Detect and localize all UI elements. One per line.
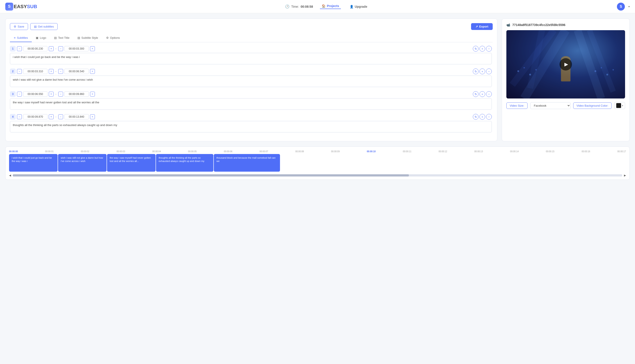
- color-picker[interactable]: ▾: [614, 102, 625, 109]
- nav-upgrade[interactable]: 👤 Upgrade: [348, 5, 369, 8]
- ruler-tick-7: 00:00:07: [260, 150, 268, 153]
- start-plus-btn-2[interactable]: +: [49, 69, 54, 74]
- end-minus-btn-4[interactable]: −: [58, 114, 63, 119]
- remove-btn-3[interactable]: −: [486, 91, 492, 97]
- end-time-input-3[interactable]: [64, 92, 89, 97]
- end-plus-btn-4[interactable]: +: [90, 114, 95, 119]
- start-minus-btn-2[interactable]: −: [17, 69, 22, 74]
- add-btn-3[interactable]: +: [480, 91, 485, 97]
- refresh-btn-4[interactable]: ↻: [473, 114, 479, 120]
- video-id: 77148a8f5187739c4fcc22e5fd8c5596: [512, 23, 565, 27]
- track-1[interactable]: i wish that i could just go back and be …: [9, 154, 58, 172]
- avatar[interactable]: S: [617, 3, 625, 10]
- track-4[interactable]: thoughts all the thinking all the parts …: [156, 154, 213, 172]
- start-plus-btn-1[interactable]: +: [49, 46, 54, 51]
- track-text-2: wish i was still not give a damn but how…: [61, 156, 103, 162]
- video-title: 📹 77148a8f5187739c4fcc22e5fd8c5596: [506, 23, 625, 27]
- subtitle-text-4[interactable]: thoughts all the thinking all the parts …: [10, 121, 492, 132]
- get-subtitles-button[interactable]: ▤ Get subtitles: [30, 23, 58, 30]
- ruler-tick-15: 00:00:15: [546, 150, 554, 153]
- subtitle-text-3[interactable]: the way i saw myself had never gotten lo…: [10, 98, 492, 110]
- track-3[interactable]: the way i saw myself had never gotten lo…: [107, 154, 155, 172]
- header-center: 🕐 Time: 00:08:58 🏠 Projects 👤 Upgrade: [285, 4, 369, 9]
- play-button[interactable]: ▶: [560, 58, 572, 70]
- remove-btn-2[interactable]: −: [486, 68, 492, 74]
- end-plus-btn-2[interactable]: +: [90, 69, 95, 74]
- add-btn-1[interactable]: +: [480, 46, 485, 52]
- start-minus-btn-1[interactable]: −: [17, 46, 22, 51]
- ruler-tick-14: 00:00:14: [510, 150, 519, 153]
- subtitles-tab-icon: ≡: [14, 36, 16, 40]
- refresh-btn-1[interactable]: ↻: [473, 46, 479, 52]
- ruler-tick-12: 00:00:12: [439, 150, 447, 153]
- tab-subtitles[interactable]: ≡ Subtitles: [10, 34, 32, 42]
- end-time-input-4[interactable]: [64, 114, 89, 120]
- options-tab-label: Options: [110, 36, 120, 40]
- start-time-input-2[interactable]: [23, 69, 48, 74]
- scroll-right-arrow[interactable]: ▶: [624, 174, 626, 177]
- ruler-tick-0: 00:00:00: [9, 150, 18, 153]
- separator-4: -: [55, 115, 57, 118]
- add-btn-2[interactable]: +: [480, 68, 485, 74]
- tab-logo[interactable]: ▣ Logo: [32, 34, 50, 42]
- end-time-input-1[interactable]: [64, 46, 89, 51]
- scrollbar-thumb[interactable]: [13, 174, 409, 176]
- time-label: Time:: [291, 5, 299, 8]
- action-btns-3: ↻ + −: [473, 91, 492, 97]
- separator-2: -: [55, 70, 57, 73]
- subtitle-text-1[interactable]: i wish that i could just go back and be …: [10, 53, 492, 64]
- refresh-btn-3[interactable]: ↻: [473, 91, 479, 97]
- video-size-select[interactable]: Facebook YouTube Instagram Twitter: [530, 102, 571, 109]
- start-time-input-1[interactable]: [23, 46, 48, 51]
- start-minus-btn-4[interactable]: −: [17, 114, 22, 119]
- track-2[interactable]: wish i was still not give a damn but how…: [58, 154, 107, 172]
- svg-point-9: [595, 70, 596, 72]
- play-icon: ▶: [564, 62, 568, 67]
- end-minus-btn-2[interactable]: −: [58, 69, 63, 74]
- svg-point-11: [606, 74, 608, 76]
- start-plus-btn-4[interactable]: +: [49, 114, 54, 119]
- subtitle-text-2[interactable]: wish i was still not give a damn but how…: [10, 76, 492, 87]
- tab-text-title[interactable]: ▤ Text Title: [50, 34, 73, 42]
- remove-btn-4[interactable]: −: [486, 114, 492, 120]
- ruler-tick-16: 00:00:16: [582, 150, 590, 153]
- end-plus-btn-3[interactable]: +: [90, 92, 95, 96]
- action-btns-4: ↻ + −: [473, 114, 492, 120]
- chevron-down-icon: ▾: [622, 104, 623, 107]
- header: S EASYSUB 🕐 Time: 00:08:58 🏠 Projects 👤 …: [0, 0, 635, 13]
- start-time-input-3[interactable]: [23, 92, 48, 97]
- svg-point-8: [535, 69, 537, 70]
- logo-letter: S: [8, 4, 11, 9]
- track-5[interactable]: thousand block and because the mall some…: [214, 154, 280, 172]
- end-plus-btn-1[interactable]: +: [90, 46, 95, 51]
- nav-projects[interactable]: 🏠 Projects: [320, 4, 341, 9]
- tab-subtitle-style[interactable]: ▤ Subtitle Style: [74, 34, 102, 42]
- logo-icon: S: [5, 3, 13, 10]
- add-btn-4[interactable]: +: [480, 114, 485, 120]
- svg-point-10: [600, 67, 602, 68]
- tab-options[interactable]: ⚙ Options: [102, 34, 124, 42]
- camera-icon: 📹: [506, 23, 510, 27]
- logo-tab-label: Logo: [40, 36, 46, 40]
- export-button[interactable]: ↗ Export: [471, 23, 493, 30]
- remove-btn-1[interactable]: −: [486, 46, 492, 52]
- svg-line-2: [578, 30, 601, 98]
- end-minus-btn-1[interactable]: −: [58, 46, 63, 51]
- subtitle-item-1: 1 − + - − + ↻ + − i wish that i could ju…: [10, 46, 492, 65]
- left-panel: ⚙ Save ▤ Get subtitles ↗ Export ≡ Subtit…: [5, 18, 497, 141]
- end-time-input-2[interactable]: [64, 69, 89, 74]
- start-plus-btn-3[interactable]: +: [49, 92, 54, 96]
- toolbar-left: ⚙ Save ▤ Get subtitles: [10, 23, 58, 30]
- scrollbar-track[interactable]: [13, 174, 622, 176]
- ruler-tick-8: 00:00:08: [295, 150, 304, 153]
- header-right: S ▾: [617, 3, 630, 10]
- start-minus-btn-3[interactable]: −: [17, 92, 22, 96]
- track-text-3: the way i saw myself had never gotten lo…: [110, 156, 151, 162]
- save-button[interactable]: ⚙ Save: [10, 23, 28, 30]
- scroll-left-arrow[interactable]: ◀: [9, 174, 11, 177]
- timeline-scrollbar-row: ◀ ▶: [6, 174, 629, 180]
- subtitle-number-1: 1: [10, 46, 16, 52]
- end-minus-btn-3[interactable]: −: [58, 92, 63, 96]
- refresh-btn-2[interactable]: ↻: [473, 68, 479, 74]
- start-time-input-4[interactable]: [23, 114, 48, 120]
